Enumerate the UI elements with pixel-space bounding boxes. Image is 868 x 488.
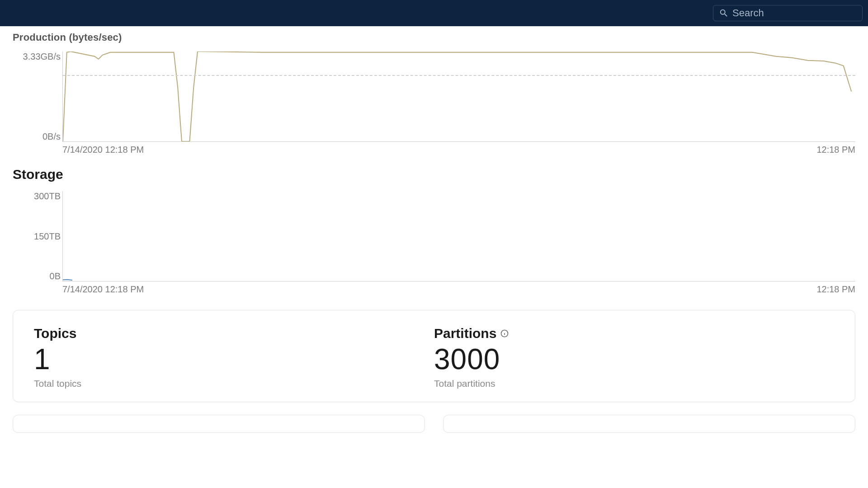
x-tick-label: 7/14/2020 12:18 PM xyxy=(62,145,144,155)
storage-y-ticks: 300TB 150TB 0B xyxy=(13,191,61,282)
partitions-card-value: 3000 xyxy=(434,345,834,374)
bottom-card-right xyxy=(443,415,855,433)
x-tick-label: 7/14/2020 12:18 PM xyxy=(62,284,144,295)
production-grid-line xyxy=(63,75,855,76)
topics-card: Topics 1 Total topics xyxy=(34,326,434,389)
storage-chart: 300TB 150TB 0B 7/14/2020 12:18 PM 12:18 … xyxy=(13,191,855,295)
partitions-card-title: Partitions xyxy=(434,326,834,341)
storage-section-title: Storage xyxy=(13,167,855,182)
topics-card-value: 1 xyxy=(34,345,434,374)
app-header xyxy=(0,0,868,26)
topics-card-sub: Total topics xyxy=(34,378,434,389)
search-icon xyxy=(719,8,729,18)
storage-section: Storage 300TB 150TB 0B 7/14/2020 12:18 P… xyxy=(13,167,855,295)
y-tick-label: 150TB xyxy=(13,231,61,242)
y-tick-label: 3.33GB/s xyxy=(13,52,61,62)
search-box[interactable] xyxy=(713,5,863,21)
page-content: Production (bytes/sec) 3.33GB/s 0B/s 7/1… xyxy=(0,26,868,433)
production-x-ticks: 7/14/2020 12:18 PM 12:18 PM xyxy=(62,145,855,155)
stats-card-row: Topics 1 Total topics Partitions 3000 To… xyxy=(13,310,855,402)
production-section: Production (bytes/sec) 3.33GB/s 0B/s 7/1… xyxy=(13,32,855,155)
search-input[interactable] xyxy=(732,7,857,19)
y-tick-label: 300TB xyxy=(13,191,61,202)
production-chart: 3.33GB/s 0B/s 7/14/2020 12:18 PM 12:18 P… xyxy=(13,52,855,155)
partitions-card: Partitions 3000 Total partitions xyxy=(434,326,834,389)
production-plot-area xyxy=(62,52,855,142)
storage-line-svg xyxy=(63,191,855,281)
card-title-label: Topics xyxy=(34,326,76,341)
info-icon[interactable] xyxy=(500,329,509,338)
production-line-svg xyxy=(63,52,855,141)
x-tick-label: 12:18 PM xyxy=(816,145,855,155)
bottom-card-left xyxy=(13,415,425,433)
production-y-ticks: 3.33GB/s 0B/s xyxy=(13,52,61,142)
x-tick-label: 12:18 PM xyxy=(816,284,855,295)
y-tick-label: 0B/s xyxy=(13,131,61,142)
y-tick-label: 0B xyxy=(13,271,61,282)
production-chart-title: Production (bytes/sec) xyxy=(13,32,855,43)
partitions-card-sub: Total partitions xyxy=(434,378,834,389)
bottom-card-row xyxy=(13,415,855,433)
storage-plot-area xyxy=(62,191,855,282)
topics-card-title: Topics xyxy=(34,326,434,341)
storage-x-ticks: 7/14/2020 12:18 PM 12:18 PM xyxy=(62,284,855,295)
card-title-label: Partitions xyxy=(434,326,496,341)
